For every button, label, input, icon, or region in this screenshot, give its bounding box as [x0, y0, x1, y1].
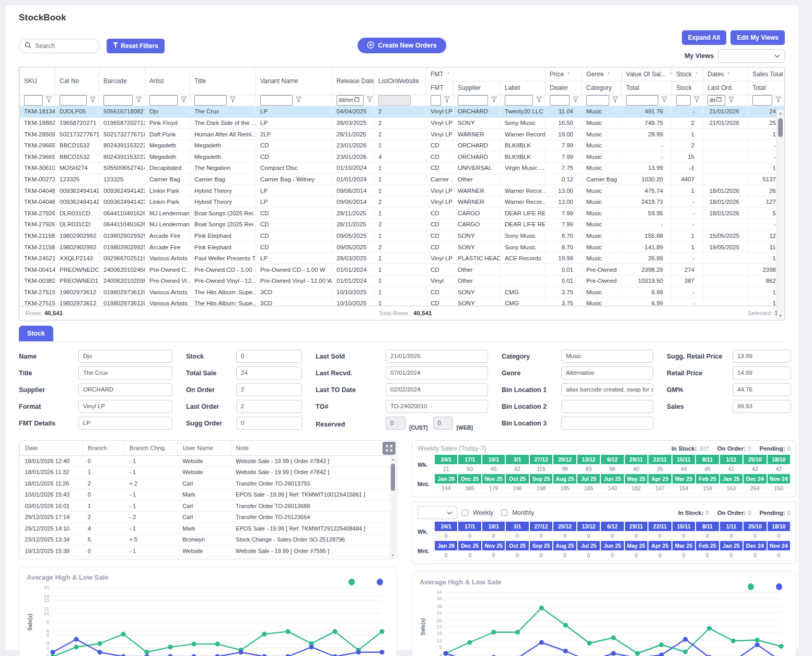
filter-funnel-icon[interactable] — [367, 97, 373, 103]
filter-funnel-icon[interactable] — [775, 97, 781, 103]
search-input[interactable] — [35, 42, 94, 50]
expand-history-button[interactable] — [382, 442, 396, 455]
filter-funnel-icon[interactable] — [230, 97, 236, 103]
field-input[interactable]: Alternative — [561, 366, 653, 379]
field-input[interactable]: 0 — [236, 417, 302, 430]
history-scrollbar[interactable]: ▲ ▼ — [390, 456, 396, 558]
group-chevron-icon[interactable]: › — [727, 70, 729, 76]
scrollbar-thumb[interactable] — [391, 464, 395, 491]
table-row[interactable]: TKM-00273123325123325Carrier BagCarrier … — [20, 174, 785, 185]
column-filter-input[interactable] — [458, 95, 488, 106]
table-row[interactable]: TKM-21158198029029920198029029925Arcade … — [20, 230, 785, 241]
column-header[interactable]: Barcode — [99, 67, 145, 95]
group-chevron-icon[interactable]: › — [447, 70, 449, 76]
filter-funnel-icon[interactable] — [662, 97, 667, 103]
column-group-header[interactable]: Price› — [546, 67, 582, 81]
filter-funnel-icon[interactable] — [491, 97, 497, 103]
column-header[interactable]: Total — [748, 81, 784, 95]
scroll-down-icon[interactable]: ▼ — [390, 554, 396, 557]
table-row[interactable]: TKM-27926DLR031CD0644110491626MJ Lenderm… — [20, 219, 785, 231]
release-date-filter[interactable]: dd/mn — [337, 95, 364, 106]
table-row[interactable]: TKM-29665BBCD15328024391153222MegadethMe… — [20, 140, 785, 151]
history-row[interactable]: 29/12/2025 14:104- 1MarkEPOS Sale - 19.9… — [20, 523, 397, 534]
field-input[interactable]: 13.99 — [733, 350, 791, 363]
field-input[interactable] — [561, 417, 653, 430]
group-chevron-icon[interactable]: › — [695, 70, 698, 76]
last-ord-date-filter[interactable]: dd — [707, 95, 725, 106]
table-row[interactable]: TKM-18882196587202710196587202712Pink Fl… — [20, 117, 785, 129]
reserved-web-input[interactable]: 0 — [433, 417, 453, 430]
table-row[interactable]: TKM-27519198029736120198029736120Various… — [20, 298, 785, 306]
filter-funnel-icon[interactable] — [296, 97, 301, 103]
column-header[interactable]: Supplier — [454, 81, 501, 95]
table-row[interactable]: TKM-0404800936249414220093624941422Linki… — [20, 185, 785, 197]
filter-funnel-icon[interactable] — [573, 97, 578, 103]
column-header[interactable]: Stock — [672, 81, 703, 95]
table-row[interactable]: TKM-27926DLR031CD0644110491626MJ Lenderm… — [20, 208, 785, 219]
field-input[interactable]: 21/01/2026 — [386, 350, 488, 363]
field-input[interactable]: 0 — [236, 350, 302, 363]
field-input[interactable]: 07/01/2024 — [386, 366, 488, 379]
reset-filters-button[interactable]: Reset Filters — [107, 39, 165, 53]
column-filter-input[interactable] — [431, 95, 441, 106]
field-input[interactable]: 44.76 — [733, 383, 791, 396]
scrollbar-thumb[interactable] — [778, 118, 783, 137]
table-row[interactable]: TKM-29665BBCD15328024391153222MegadethMe… — [20, 151, 785, 163]
group-chevron-icon[interactable]: › — [567, 70, 570, 76]
history-column-header[interactable]: Note — [230, 441, 397, 455]
history-row[interactable]: 03/01/2026 16:011- 1CarlTransfer Order T… — [20, 500, 397, 512]
column-header[interactable]: Release Date — [332, 67, 374, 95]
search-box[interactable] — [19, 39, 100, 53]
field-input[interactable]: ORCHARD — [78, 383, 172, 396]
table-row[interactable]: TKM-21158198029029920198029029925Arcade … — [20, 241, 785, 253]
field-input[interactable] — [561, 400, 653, 413]
column-filter-input[interactable] — [505, 95, 533, 106]
field-input[interactable]: 24 — [236, 366, 302, 379]
scroll-up-icon[interactable]: ▲ — [777, 111, 784, 116]
history-row[interactable]: 18/01/2026 12:400- 1WebsiteWebsite Sale … — [20, 455, 397, 467]
field-input[interactable]: alias barcode created, swap for sig — [561, 383, 653, 396]
table-row[interactable]: TKM-2850950217327767165021732776716Daft … — [20, 129, 785, 140]
monthly-checkbox[interactable] — [501, 510, 507, 516]
table-row[interactable]: TKM-30610MOSH2745055006527414Decapitated… — [20, 163, 785, 174]
reserved-cust-input[interactable]: 0 — [386, 417, 405, 430]
scroll-down-icon[interactable]: ▼ — [777, 314, 784, 318]
column-header[interactable]: Total — [622, 81, 672, 95]
field-input[interactable]: LP — [78, 417, 172, 430]
create-new-orders-button[interactable]: Create New Orders — [357, 38, 446, 53]
table-row[interactable]: TKM-27519198029736120198029736120Various… — [20, 286, 785, 298]
table-row[interactable]: TKM-18134DJOLP055056167180821DjoThe Crux… — [20, 106, 785, 118]
expand-all-button[interactable]: Expand All — [682, 30, 727, 45]
history-row[interactable]: 19/12/2025 15:380- 1WebsiteWebsite Sale … — [20, 545, 397, 557]
history-column-header[interactable]: Branch Chng. — [124, 441, 177, 455]
history-column-header[interactable]: Date — [20, 441, 83, 455]
filter-funnel-icon[interactable] — [46, 97, 52, 103]
history-row[interactable]: 18/01/2026 11:321- 1WebsiteWebsite Sale … — [20, 467, 397, 478]
column-filter-input[interactable] — [260, 95, 293, 106]
table-row[interactable]: TKM-0404800936249414220093624941422Linki… — [20, 196, 785, 208]
table-row[interactable]: TKM-00414PREOWNEDC...2400620102456Pre-Ow… — [20, 264, 785, 275]
column-group-header[interactable]: Genre› — [582, 67, 622, 81]
field-input[interactable]: Vinyl LP — [78, 400, 172, 413]
column-header[interactable]: Last Ord. — [703, 81, 748, 95]
history-row[interactable]: 29/12/2025 17:142- 2CarlTransfer Order T… — [20, 512, 397, 523]
filter-funnel-icon[interactable] — [90, 97, 96, 103]
field-input[interactable]: 2 — [236, 400, 302, 413]
weekly-checkbox[interactable] — [462, 510, 468, 516]
history-row[interactable]: 18/01/2026 11:262+ 2CarlTransfer Order T… — [20, 478, 397, 489]
field-input[interactable]: 2 — [236, 383, 302, 396]
column-filter-input[interactable] — [103, 95, 133, 106]
column-group-header[interactable]: Value Of Sal...› — [622, 67, 672, 81]
group-chevron-icon[interactable]: › — [607, 70, 609, 76]
column-header[interactable]: Artist — [145, 67, 190, 95]
column-filter-input[interactable] — [586, 95, 609, 106]
filter-funnel-icon[interactable] — [694, 97, 700, 103]
table-row[interactable]: TKM-24521XXQLP21430029667025119Various A… — [20, 252, 785, 264]
column-header[interactable]: Variant Name — [256, 67, 332, 95]
history-row[interactable]: 23/12/2025 13:345+ 5BronwynStock Change … — [20, 534, 397, 546]
group-chevron-icon[interactable]: › — [670, 70, 672, 76]
filter-funnel-icon[interactable] — [612, 97, 618, 103]
history-column-header[interactable]: Branch — [83, 441, 124, 455]
column-filter-input[interactable] — [149, 95, 178, 106]
column-filter-input[interactable] — [550, 95, 570, 106]
